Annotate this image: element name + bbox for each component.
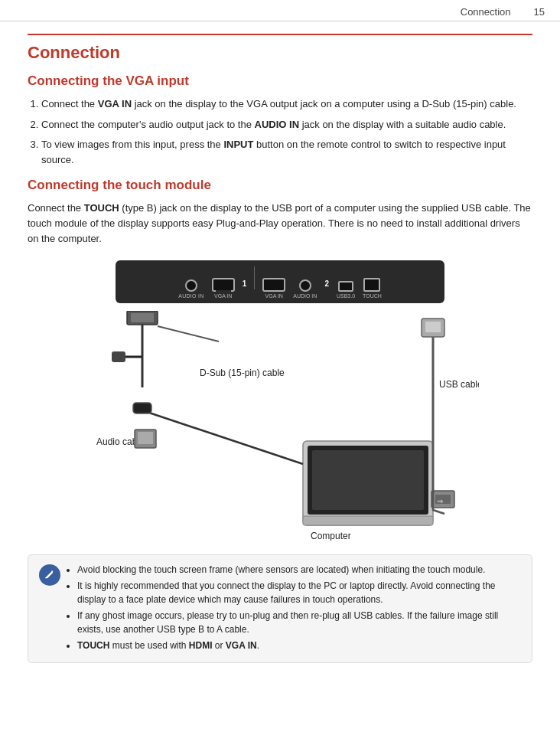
svg-rect-8	[303, 516, 433, 525]
port-audio-in-2: AUDIO IN	[293, 279, 317, 299]
note-item-4: TOUCH must be used with HDMI or VGA IN.	[77, 639, 521, 652]
touch-bold: TOUCH	[84, 202, 119, 214]
port-touch-shape	[363, 278, 380, 292]
port-vga-in-2: VGA IN	[262, 278, 285, 299]
number-2: 2	[324, 279, 329, 288]
port-vga-in-1: VGA IN	[212, 278, 235, 299]
port-usb3: USB3.0	[337, 281, 355, 299]
vga-in-bold: VGA IN	[98, 98, 132, 109]
port-usb3-shape	[338, 281, 353, 292]
separator-line	[254, 266, 255, 289]
main-content: Connection Connecting the VGA input Conn…	[0, 21, 560, 675]
port-label-vga1: VGA IN	[214, 293, 232, 299]
subsection-vga-title: Connecting the VGA input	[28, 74, 532, 89]
svg-rect-18	[138, 432, 153, 444]
top-divider	[28, 34, 532, 35]
port-label-touch: TOUCH	[363, 293, 382, 299]
step-2: Connect the computer's audio output jack…	[41, 117, 532, 132]
note-item-1: Avoid blocking the touch screen frame (w…	[77, 563, 521, 577]
vga-steps: Connect the VGA IN jack on the display t…	[41, 96, 532, 167]
svg-rect-14	[425, 322, 441, 332]
usb-cable-label: USB cable	[439, 379, 479, 390]
step-3: To view images from this input, press th…	[41, 137, 532, 167]
port-audio-in-1: AUDIO IN	[178, 279, 204, 299]
input-bold: INPUT	[223, 139, 253, 150]
pencil-icon	[44, 569, 56, 581]
svg-rect-4	[112, 351, 125, 362]
svg-rect-16	[133, 403, 151, 413]
port-vga1-shape	[212, 278, 235, 292]
vga-notch	[216, 290, 231, 292]
note-icon	[39, 564, 60, 586]
port-touch: TOUCH	[363, 278, 382, 299]
page-header: Connection 15	[0, 0, 560, 21]
subsection-touch-title: Connecting the touch module	[28, 178, 532, 193]
section-title: Connection	[28, 43, 532, 63]
port-circle-audio2	[299, 279, 311, 292]
svg-rect-2	[131, 313, 154, 322]
note-item-3: If any ghost image occurs, please try to…	[77, 609, 521, 636]
svg-rect-7	[312, 450, 424, 510]
port-label-usb3: USB3.0	[337, 293, 355, 299]
port-label-audio2: AUDIO IN	[293, 293, 317, 299]
header-title: Connection	[15, 6, 534, 18]
cable-diagram-svg: Audio cable D-Sub (15-pin) cable Compute…	[81, 311, 479, 541]
port-label-vga2: VGA IN	[265, 293, 283, 299]
note-content: Avoid blocking the touch screen frame (w…	[68, 563, 521, 655]
note-item-2: It is highly recommended that you connec…	[77, 579, 521, 606]
note-list: Avoid blocking the touch screen frame (w…	[77, 563, 521, 652]
note-box: Avoid blocking the touch screen frame (w…	[28, 554, 532, 663]
number-1: 1	[243, 279, 247, 288]
dsub-label: D-Sub (15-pin) cable	[200, 368, 285, 378]
svg-line-19	[158, 326, 219, 341]
port-panel: AUDIO IN VGA IN 1 VGA IN AUDIO IN	[116, 260, 444, 303]
svg-line-15	[142, 410, 303, 464]
audio-in-bold: AUDIO IN	[255, 119, 300, 130]
port-circle-audio1	[185, 279, 197, 292]
page-number: 15	[534, 6, 545, 18]
step-1: Connect the VGA IN jack on the display t…	[41, 96, 532, 112]
touch-description: Connect the TOUCH (type B) jack on the d…	[28, 201, 532, 247]
diagram-container: AUDIO IN VGA IN 1 VGA IN AUDIO IN	[28, 260, 532, 541]
port-vga2-shape	[262, 278, 285, 292]
svg-text:⇒: ⇒	[437, 497, 443, 505]
computer-label: Computer	[311, 531, 351, 541]
port-label-audio1: AUDIO IN	[178, 293, 204, 299]
